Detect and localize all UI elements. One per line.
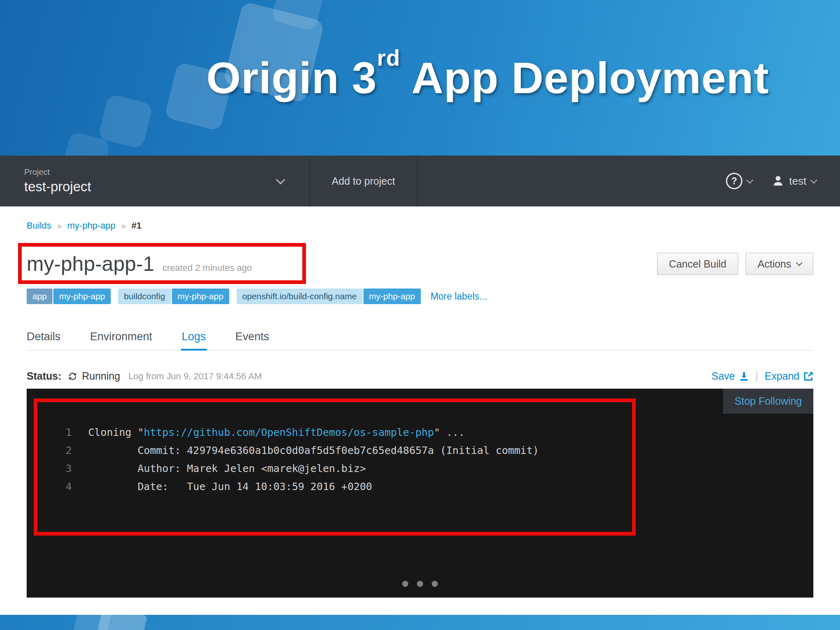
more-labels-link[interactable]: More labels...	[431, 291, 487, 302]
label-value: my-php-app	[172, 289, 229, 304]
user-name: test	[789, 175, 806, 188]
status-left: Status: Running Log from Jun 9, 2017 9:4…	[27, 370, 262, 382]
decor-square	[97, 615, 148, 630]
build-title: my-php-app-1	[27, 252, 154, 276]
carousel-dot[interactable]	[417, 581, 423, 587]
chevron-down-icon	[276, 175, 285, 184]
link-divider: |	[756, 370, 758, 382]
tab-logs[interactable]: Logs	[182, 330, 206, 350]
refresh-icon	[67, 371, 78, 382]
status-label: Status:	[27, 370, 62, 382]
project-text: Project test-project	[24, 167, 91, 195]
build-header: my-php-app-1 created 2 minutes ago Cance…	[27, 249, 813, 279]
breadcrumb-build-config[interactable]: my-php-app	[67, 220, 115, 231]
label-key: app	[27, 289, 52, 304]
breadcrumb-builds[interactable]: Builds	[27, 220, 51, 231]
project-name: test-project	[24, 179, 91, 195]
label-pair: buildconfig my-php-app	[118, 289, 229, 304]
breadcrumb: Builds » my-php-app » #1	[27, 220, 813, 231]
line-number: 2	[51, 442, 72, 460]
log-text-segment: Cloning "	[88, 426, 144, 438]
tab-details[interactable]: Details	[27, 330, 61, 350]
line-number: 1	[51, 424, 72, 442]
expand-log-link[interactable]: Expand	[765, 370, 813, 382]
line-number: 4	[51, 478, 72, 496]
breadcrumb-current: #1	[132, 220, 142, 231]
add-to-project-button[interactable]: Add to project	[310, 156, 418, 206]
topbar-right: ? test	[726, 156, 840, 206]
tab-bar: Details Environment Logs Events	[27, 330, 813, 351]
add-to-project-label: Add to project	[332, 175, 395, 187]
log-text: Date: Tue Jun 14 10:03:59 2016 +0200	[88, 478, 372, 496]
log-line: 1 Cloning "https://github.com/OpenShiftD…	[51, 424, 813, 442]
log-line: 3 Author: Marek Jelen <marek@jelen.biz>	[51, 460, 813, 478]
status-state: Running	[82, 370, 120, 382]
project-label: Project	[24, 167, 91, 177]
bottom-banner-strip	[0, 615, 840, 630]
created-timestamp: created 2 minutes ago	[162, 263, 252, 273]
user-menu[interactable]: test	[772, 175, 816, 188]
log-text: Author: Marek Jelen <marek@jelen.biz>	[88, 460, 366, 478]
project-selector[interactable]: Project test-project	[0, 156, 310, 206]
carousel-dot[interactable]	[402, 581, 409, 587]
log-text: Commit: 429794e6360a1b0c0d0af5d5f0eb7c65…	[88, 442, 539, 460]
log-line: 2 Commit: 429794e6360a1b0c0d0af5d5f0eb7c…	[51, 442, 813, 460]
stop-following-button[interactable]: Stop Following	[723, 389, 813, 414]
label-value: my-php-app	[363, 289, 421, 304]
external-link-icon	[803, 371, 813, 381]
status-right: Save | Expand	[712, 370, 813, 382]
slide-title-suffix: App Deployment	[400, 53, 769, 103]
log-output: 1 Cloning "https://github.com/OpenShiftD…	[27, 389, 813, 496]
expand-label: Expand	[765, 370, 799, 382]
tab-environment[interactable]: Environment	[90, 330, 153, 350]
build-header-left: my-php-app-1 created 2 minutes ago	[27, 252, 252, 276]
top-navbar: Project test-project Add to project ? te…	[0, 156, 840, 206]
actions-label: Actions	[758, 258, 791, 270]
chevron-down-icon	[746, 177, 753, 184]
log-timestamp: Log from Jun 9, 2017 9:44:56 AM	[128, 371, 262, 382]
repo-url-link[interactable]: https://github.com/OpenShiftDemos/os-sam…	[144, 426, 434, 438]
breadcrumb-separator: »	[57, 221, 62, 231]
actions-dropdown-button[interactable]: Actions	[746, 253, 813, 275]
line-number: 3	[51, 460, 72, 478]
chevron-down-icon	[796, 260, 803, 266]
tab-events[interactable]: Events	[235, 330, 269, 350]
label-value: my-php-app	[53, 289, 111, 304]
log-text-segment: " ...	[434, 426, 465, 438]
carousel-dots	[402, 581, 438, 587]
main-content: Builds » my-php-app » #1 my-php-app-1 cr…	[0, 220, 840, 598]
label-pair: app my-php-app	[27, 289, 111, 304]
cancel-build-button[interactable]: Cancel Build	[657, 253, 738, 275]
label-key: openshift.io/build-config.name	[237, 289, 363, 304]
build-header-actions: Cancel Build Actions	[657, 253, 813, 275]
carousel-dot[interactable]	[432, 581, 438, 587]
log-text: Cloning "https://github.com/OpenShiftDem…	[88, 424, 465, 442]
labels-row: app my-php-app buildconfig my-php-app op…	[27, 289, 813, 304]
slide-title-superscript: rd	[377, 45, 400, 71]
status-row: Status: Running Log from Jun 9, 2017 9:4…	[27, 370, 813, 382]
label-pair: openshift.io/build-config.name my-php-ap…	[237, 289, 421, 304]
label-key: buildconfig	[118, 289, 171, 304]
help-icon: ?	[726, 173, 742, 189]
save-log-link[interactable]: Save	[712, 370, 749, 382]
hero-banner: Origin 3rd App Deployment	[0, 0, 840, 156]
save-label: Save	[712, 370, 735, 382]
download-icon	[739, 371, 749, 381]
chevron-down-icon	[810, 177, 817, 184]
help-menu[interactable]: ?	[726, 173, 752, 189]
log-line: 4 Date: Tue Jun 14 10:03:59 2016 +0200	[51, 478, 813, 496]
log-console: Stop Following 1 Cloning "https://github…	[27, 389, 813, 598]
breadcrumb-separator: »	[121, 221, 126, 231]
user-icon	[772, 175, 784, 187]
